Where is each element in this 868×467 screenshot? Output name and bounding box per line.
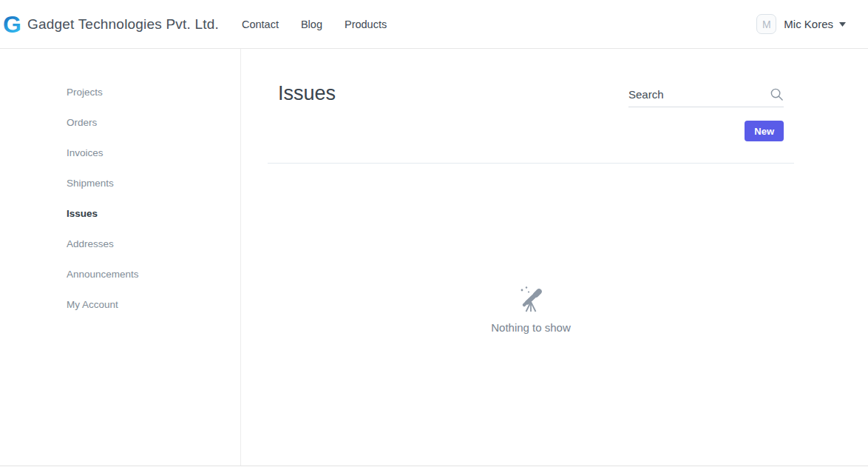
header-nav: ContactBlogProducts bbox=[242, 19, 409, 30]
empty-state-text: Nothing to show bbox=[268, 321, 794, 334]
sidebar: ProjectsOrdersInvoicesShipmentsIssuesAdd… bbox=[0, 49, 241, 466]
avatar: M bbox=[756, 14, 776, 34]
svg-text:G: G bbox=[3, 13, 21, 36]
sidebar-item[interactable]: Announcements bbox=[0, 259, 240, 289]
sidebar-item[interactable]: Addresses bbox=[0, 229, 240, 259]
chevron-down-icon bbox=[839, 22, 846, 27]
header-nav-link[interactable]: Products bbox=[345, 19, 387, 30]
sidebar-item[interactable]: Orders bbox=[0, 107, 240, 138]
sidebar-item[interactable]: My Account bbox=[0, 289, 240, 320]
user-menu[interactable]: M Mic Kores bbox=[756, 14, 846, 34]
main-content: Issues New bbox=[241, 49, 868, 466]
page-title: Issues bbox=[278, 82, 336, 105]
header-nav-link[interactable]: Blog bbox=[301, 19, 322, 30]
brand-home-link[interactable]: G Gadget Technologies Pvt. Ltd. bbox=[1, 13, 219, 36]
sidebar-item[interactable]: Projects bbox=[0, 77, 240, 107]
header-nav-link[interactable]: Contact bbox=[242, 19, 279, 30]
company-logo-icon: G bbox=[1, 13, 24, 36]
company-name: Gadget Technologies Pvt. Ltd. bbox=[27, 16, 219, 33]
telescope-icon bbox=[516, 285, 546, 313]
sidebar-item[interactable]: Issues bbox=[0, 198, 240, 229]
search-input[interactable] bbox=[628, 88, 770, 101]
sidebar-item[interactable]: Invoices bbox=[0, 138, 240, 168]
new-issue-button[interactable]: New bbox=[745, 121, 784, 141]
search-box bbox=[628, 87, 784, 107]
sidebar-item[interactable]: Shipments bbox=[0, 168, 240, 198]
page-head: Issues New bbox=[268, 49, 794, 164]
content-wrap: ProjectsOrdersInvoicesShipmentsIssuesAdd… bbox=[0, 49, 868, 466]
empty-state: Nothing to show bbox=[268, 285, 794, 334]
search-icon[interactable] bbox=[770, 87, 784, 101]
top-header: G Gadget Technologies Pvt. Ltd. ContactB… bbox=[0, 0, 868, 49]
user-name: Mic Kores bbox=[784, 18, 833, 30]
